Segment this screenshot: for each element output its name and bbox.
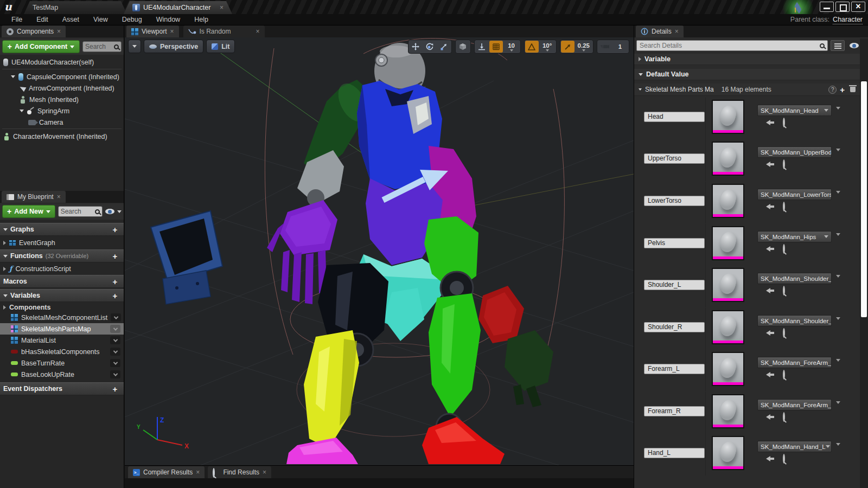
expander-icon[interactable] [3, 228, 8, 231]
map-key-field[interactable]: Forearm_R [644, 406, 705, 416]
default-value-section-header[interactable]: Default Value [634, 69, 860, 80]
chevron-down-icon[interactable] [117, 210, 122, 213]
functions-header[interactable]: Functions (32 Overridable) + [0, 249, 124, 262]
close-icon[interactable]: × [196, 468, 200, 476]
use-selected-icon[interactable] [766, 456, 775, 461]
expander-icon[interactable] [3, 305, 6, 310]
variable-row-skeletalmeshcomponentlist[interactable]: SkeletalMeshComponentList [0, 312, 124, 323]
mesh-select-dropdown[interactable]: SK_ModMann_ForeArm_R [757, 399, 832, 410]
menu-file[interactable]: File [4, 16, 29, 23]
expander-icon[interactable] [639, 73, 643, 76]
mesh-select-dropdown[interactable]: SK_ModMann_Hips [757, 231, 832, 242]
variable-section-header[interactable]: Variable [634, 54, 860, 65]
map-key-field[interactable]: Shoulder_R [644, 322, 705, 332]
use-selected-icon[interactable] [766, 288, 775, 293]
use-selected-icon[interactable] [766, 120, 775, 125]
lit-button[interactable]: Lit [206, 40, 235, 53]
variable-drag-handle[interactable] [110, 370, 120, 378]
close-icon[interactable]: × [675, 28, 679, 35]
variable-row-materiallist[interactable]: MaterialList [0, 335, 124, 346]
close-icon[interactable]: × [170, 28, 174, 35]
browse-to-asset-icon[interactable] [783, 413, 785, 421]
component-row-camera[interactable]: Camera [0, 117, 124, 128]
browse-to-asset-icon[interactable] [783, 371, 785, 378]
viewport-3d-scene[interactable]: Z X Y [125, 37, 634, 465]
camera-speed-icon[interactable] [598, 41, 611, 53]
variable-drag-handle[interactable] [111, 313, 121, 322]
event-dispatchers-header[interactable]: Event Dispatchers + [0, 382, 124, 395]
element-options-chevron[interactable] [836, 362, 840, 369]
close-icon[interactable]: × [256, 28, 259, 35]
use-selected-icon[interactable] [766, 414, 775, 420]
tab-find-results[interactable]: Find Results × [208, 466, 271, 478]
mesh-select-dropdown[interactable]: SK_ModMann_UpperBody [757, 146, 832, 158]
element-options-chevron[interactable] [836, 446, 840, 453]
details-scrollbar-thumb[interactable] [861, 81, 867, 317]
map-key-field[interactable]: Pelvis [644, 238, 705, 248]
variable-drag-handle[interactable] [110, 348, 120, 356]
translate-tool-button[interactable] [409, 41, 423, 53]
element-options-chevron[interactable] [836, 278, 840, 285]
browse-to-asset-icon[interactable] [783, 119, 785, 126]
my-blueprint-search[interactable] [58, 206, 103, 217]
skeletal-mesh-parts-map-header[interactable]: Skeletal Mesh Parts Ma 16 Map elements ?… [634, 84, 860, 96]
mesh-select-dropdown[interactable]: SK_ModMann_Head [757, 105, 832, 116]
use-selected-icon[interactable] [766, 162, 775, 167]
browse-to-asset-icon[interactable] [783, 455, 785, 463]
mesh-thumbnail[interactable] [712, 226, 744, 260]
variable-drag-handle[interactable] [110, 336, 120, 344]
expander-icon[interactable] [639, 57, 641, 61]
menu-window[interactable]: Window [149, 16, 187, 23]
variable-row-bhasskeletalcomponents[interactable]: bHasSkeletalComponents [0, 346, 124, 357]
element-options-chevron[interactable] [836, 110, 840, 117]
component-row-self[interactable]: UE4ModularCharacter(self) [0, 56, 124, 68]
browse-to-asset-icon[interactable] [783, 160, 785, 168]
variables-header[interactable]: Variables + [0, 289, 124, 302]
trash-icon[interactable] [850, 87, 856, 92]
variables-category-components[interactable]: Components [0, 303, 124, 312]
close-icon[interactable]: × [57, 193, 61, 201]
mesh-thumbnail[interactable] [712, 100, 744, 134]
mesh-thumbnail[interactable] [712, 184, 744, 218]
mesh-thumbnail[interactable] [712, 394, 744, 428]
tab-details[interactable]: Details × [636, 25, 684, 37]
element-options-chevron[interactable] [836, 194, 840, 201]
macros-header[interactable]: Macros + [0, 275, 124, 288]
graphs-header[interactable]: Graphs + [0, 223, 124, 236]
surface-snap-button[interactable] [475, 41, 489, 53]
tab-compiler-results[interactable]: >_ Compiler Results × [128, 466, 205, 478]
map-key-field[interactable]: Hand_L [644, 448, 705, 458]
menu-help[interactable]: Help [187, 16, 215, 23]
element-options-chevron[interactable] [836, 404, 840, 412]
my-blueprint-search-input[interactable] [61, 208, 93, 215]
expander-icon[interactable] [3, 294, 8, 297]
browse-to-asset-icon[interactable] [783, 287, 785, 294]
add-map-element-button[interactable]: + [840, 85, 845, 94]
variable-drag-handle[interactable] [110, 325, 120, 333]
mesh-thumbnail[interactable] [712, 436, 744, 470]
mesh-thumbnail[interactable] [712, 142, 744, 176]
browse-to-asset-icon[interactable] [783, 329, 785, 337]
rotation-snap-toggle[interactable] [525, 41, 539, 53]
variable-row-baseturnrate[interactable]: BaseTurnRate [0, 357, 124, 369]
visibility-filter-icon[interactable] [105, 209, 114, 214]
components-search-input[interactable] [85, 43, 112, 50]
close-button[interactable] [851, 2, 865, 12]
scale-snap-value[interactable]: 0.25 [575, 41, 592, 53]
rotate-tool-button[interactable] [423, 41, 437, 53]
doc-tab-testmap[interactable]: TestMap [24, 1, 127, 14]
viewport-options-button[interactable] [128, 40, 141, 53]
close-icon[interactable]: × [57, 28, 61, 35]
add-component-button[interactable]: + Add Component [2, 40, 80, 53]
parent-class-link[interactable]: Character [833, 16, 863, 24]
mesh-select-dropdown[interactable]: SK_ModMann_Shoulder_L [757, 273, 832, 284]
expander-icon[interactable] [3, 255, 8, 258]
tab-my-blueprint[interactable]: My Blueprint × [2, 191, 66, 203]
expander-icon[interactable] [3, 241, 6, 245]
rotation-snap-value[interactable]: 10° [539, 41, 556, 53]
details-search[interactable] [636, 40, 828, 51]
element-options-chevron[interactable] [836, 151, 840, 159]
expander-icon[interactable] [11, 75, 15, 78]
close-icon[interactable]: × [220, 4, 224, 11]
mesh-select-dropdown[interactable]: SK_ModMann_LowerTorso [757, 189, 832, 200]
